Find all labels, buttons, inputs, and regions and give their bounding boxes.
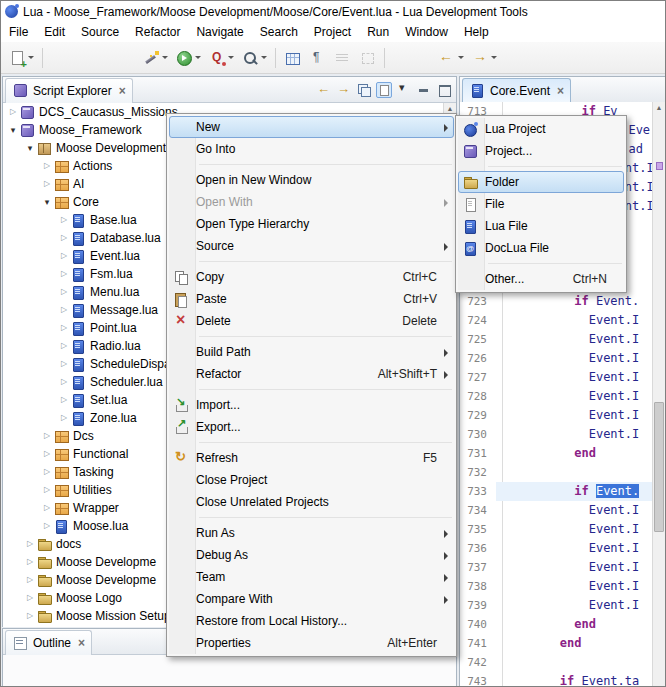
scrollbar-thumb[interactable]	[654, 402, 664, 532]
link-with-editor-icon[interactable]	[376, 82, 392, 98]
code-line-738[interactable]: 738Event.I	[460, 577, 652, 596]
expand-arrow-icon[interactable]: ▷	[7, 103, 19, 121]
code-line-728[interactable]: 728Event.I	[460, 387, 652, 406]
menubar-item-file[interactable]: File	[1, 22, 36, 42]
code-line-743[interactable]: 743if Event.ta	[460, 672, 652, 687]
collapse-arrow-icon[interactable]: ▾	[41, 193, 53, 211]
menubar-item-navigate[interactable]: Navigate	[188, 22, 251, 42]
editor-scrollbar[interactable]: ▲	[652, 102, 665, 687]
menu-item-run-as[interactable]: Run As	[169, 522, 454, 544]
menu-item-project[interactable]: Project...	[458, 140, 624, 162]
menu-item-build-path[interactable]: Build Path	[169, 341, 454, 363]
expand-arrow-icon[interactable]: ▷	[41, 517, 53, 535]
expand-arrow-icon[interactable]: ▷	[58, 283, 70, 301]
menubar-item-search[interactable]: Search	[252, 22, 306, 42]
tab-script-explorer[interactable]: Script Explorer ×	[5, 78, 133, 103]
menubar-item-edit[interactable]: Edit	[36, 22, 73, 42]
toolbar-show-lines-button[interactable]	[330, 47, 355, 69]
expand-arrow-icon[interactable]: ▷	[58, 355, 70, 373]
expand-arrow-icon[interactable]: ▷	[24, 607, 36, 625]
code-line-727[interactable]: 727Event.I	[460, 368, 652, 387]
menu-item-refresh[interactable]: RefreshF5	[169, 447, 454, 469]
collapse-arrow-icon[interactable]: ▾	[7, 121, 19, 139]
menu-item-open-type-hierarchy[interactable]: Open Type Hierarchy	[169, 213, 454, 235]
expand-arrow-icon[interactable]: ▷	[24, 589, 36, 607]
forward-icon[interactable]	[336, 82, 352, 98]
toolbar-show-whitespace-button[interactable]	[305, 47, 330, 69]
menubar-item-source[interactable]: Source	[73, 22, 127, 42]
view-menu-icon[interactable]	[396, 82, 412, 98]
code-line-723[interactable]: 723if Event.	[460, 292, 652, 311]
code-line-730[interactable]: 730Event.I	[460, 425, 652, 444]
menu-item-lua-project[interactable]: Lua Project	[458, 118, 624, 140]
toolbar-table-view-button[interactable]	[280, 47, 305, 69]
expand-arrow-icon[interactable]: ▷	[58, 211, 70, 229]
menubar-item-window[interactable]: Window	[397, 22, 456, 42]
tab-outline[interactable]: Outline ×	[5, 630, 92, 655]
expand-arrow-icon[interactable]: ▷	[24, 535, 36, 553]
expand-arrow-icon[interactable]: ▷	[41, 175, 53, 193]
menu-item-copy[interactable]: CopyCtrl+C	[169, 266, 454, 288]
menu-item-new[interactable]: New	[169, 116, 454, 138]
expand-arrow-icon[interactable]: ▷	[24, 553, 36, 571]
code-line-724[interactable]: 724Event.I	[460, 311, 652, 330]
code-line-739[interactable]: 739Event.I	[460, 596, 652, 615]
expand-arrow-icon[interactable]: ▷	[58, 247, 70, 265]
collapse-arrow-icon[interactable]: ▾	[24, 139, 36, 157]
toolbar-run-button[interactable]	[172, 47, 205, 69]
menu-item-source[interactable]: Source	[169, 235, 454, 257]
menubar-item-help[interactable]: Help	[456, 22, 497, 42]
maximize-icon[interactable]	[436, 82, 452, 98]
menu-item-doclua-file[interactable]: DocLua File	[458, 237, 624, 259]
toolbar-forward-button[interactable]	[468, 47, 501, 69]
menu-item-open-in-new-window[interactable]: Open in New Window	[169, 169, 454, 191]
menu-item-team[interactable]: Team	[169, 566, 454, 588]
expand-arrow-icon[interactable]: ▷	[58, 265, 70, 283]
toolbar-new-button[interactable]	[5, 47, 38, 69]
menu-item-lua-file[interactable]: Lua File	[458, 215, 624, 237]
expand-arrow-icon[interactable]: ▷	[58, 319, 70, 337]
toolbar-block-selection-button[interactable]	[355, 47, 380, 69]
menu-item-other[interactable]: Other...Ctrl+N	[458, 268, 624, 290]
back-icon[interactable]	[316, 82, 332, 98]
code-line-726[interactable]: 726Event.I	[460, 349, 652, 368]
code-line-741[interactable]: 741end	[460, 634, 652, 653]
expand-arrow-icon[interactable]: ▷	[58, 373, 70, 391]
menu-item-file[interactable]: File	[458, 193, 624, 215]
menu-item-compare-with[interactable]: Compare With	[169, 588, 454, 610]
code-line-737[interactable]: 737Event.I	[460, 558, 652, 577]
close-icon[interactable]: ×	[78, 636, 85, 650]
menu-item-properties[interactable]: PropertiesAlt+Enter	[169, 632, 454, 654]
code-line-740[interactable]: 740end	[460, 615, 652, 634]
menubar-item-run[interactable]: Run	[359, 22, 397, 42]
menubar-item-refactor[interactable]: Refactor	[127, 22, 188, 42]
toolbar-launch-external-tools-button[interactable]	[139, 47, 172, 69]
menu-item-export[interactable]: Export...	[169, 416, 454, 438]
menu-item-paste[interactable]: PasteCtrl+V	[169, 288, 454, 310]
expand-arrow-icon[interactable]: ▷	[58, 337, 70, 355]
expand-arrow-icon[interactable]: ▷	[41, 499, 53, 517]
menu-item-debug-as[interactable]: Debug As	[169, 544, 454, 566]
toolbar-back-button[interactable]	[435, 47, 468, 69]
code-line-731[interactable]: 731end	[460, 444, 652, 463]
menu-item-refactor[interactable]: RefactorAlt+Shift+T	[169, 363, 454, 385]
expand-arrow-icon[interactable]: ▷	[58, 409, 70, 427]
code-line-742[interactable]: 742	[460, 653, 652, 672]
collapse-all-icon[interactable]	[356, 82, 372, 98]
menu-item-go-into[interactable]: Go Into	[169, 138, 454, 160]
overview-marker[interactable]	[656, 162, 663, 170]
expand-arrow-icon[interactable]: ▷	[41, 481, 53, 499]
menu-item-restore-from-local-history[interactable]: Restore from Local History...	[169, 610, 454, 632]
expand-arrow-icon[interactable]: ▷	[58, 301, 70, 319]
code-line-725[interactable]: 725Event.I	[460, 330, 652, 349]
close-icon[interactable]: ×	[119, 84, 126, 98]
expand-arrow-icon[interactable]: ▷	[24, 571, 36, 589]
expand-arrow-icon[interactable]: ▷	[41, 157, 53, 175]
expand-arrow-icon[interactable]: ▷	[41, 445, 53, 463]
code-line-734[interactable]: 734Event.I	[460, 501, 652, 520]
code-line-733[interactable]: 733if Event.	[460, 482, 652, 501]
code-line-736[interactable]: 736Event.I	[460, 539, 652, 558]
menu-item-open-with[interactable]: Open With	[169, 191, 454, 213]
menu-item-close-project[interactable]: Close Project	[169, 469, 454, 491]
minimize-icon[interactable]	[416, 82, 432, 98]
